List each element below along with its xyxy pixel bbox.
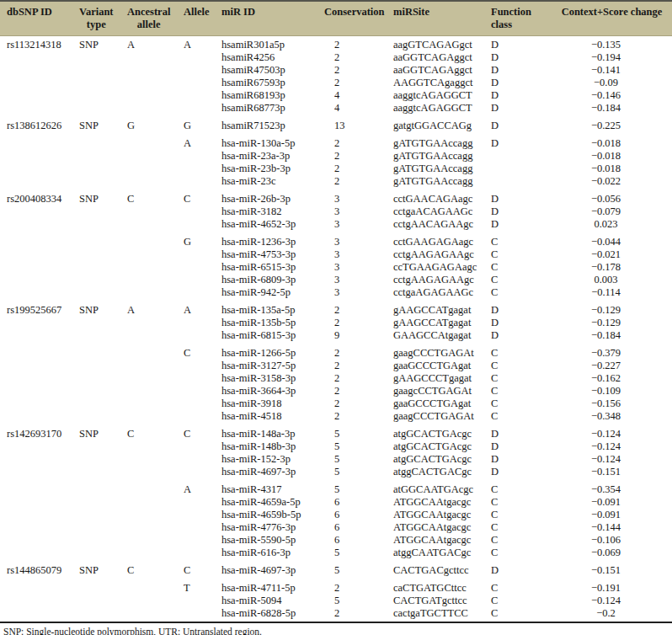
variant-type-cell: SNP (77, 115, 125, 132)
mir-id-cell: hsa-miR-23c (221, 175, 322, 188)
variant-type-cell (77, 398, 125, 410)
score-cell: −0.162 (552, 372, 672, 385)
mir-id-cell: hsa-miR-942-5p (221, 286, 322, 299)
conservation-cell: 2 (322, 372, 392, 385)
variant-type-cell (77, 547, 125, 559)
table-row: hsa-miR-4776-3p6ATGGCAAtgacgcC−0.144 (0, 521, 672, 534)
function-class-cell: C (488, 410, 552, 423)
score-cell: −0.091 (552, 509, 672, 521)
mirsite-cell: gAAGCCATgagat (392, 317, 488, 329)
ancestral-allele-cell: A (125, 36, 181, 52)
table-row: hsa-miR-3158-3p2gAAGCCCTgagatC−0.162 (0, 372, 672, 385)
conservation-cell: 3 (322, 261, 392, 274)
mirsite-cell: CACTGATgcttcc (392, 595, 488, 607)
conservation-cell: 13 (322, 115, 392, 132)
table-row: hsa-miR-5590-5p6ATGGCAAtgacgcC−0.106 (0, 534, 672, 547)
mirsite-cell: gAAGCCCTgagat (392, 372, 488, 385)
score-cell: −0.144 (552, 521, 672, 534)
variant-type-cell (77, 342, 125, 360)
snp-mirna-table: dbSNP ID Variant type Ancestral allele A… (0, 0, 672, 620)
table-row: hsa-miR-135b-5p2gAAGCCATgagatD−0.129 (0, 317, 672, 329)
mir-id-cell: hsa-miR-6815-3p (221, 329, 322, 342)
mir-id-cell: hsa-miR-4697-3p (221, 559, 322, 577)
mirsite-cell: gaaGCCCTGAgat (392, 398, 488, 410)
snp-id-cell: rs142693170 (0, 423, 77, 440)
table-row: rs144865079SNPCChsa-miR-4697-3p5CACTGACg… (0, 559, 672, 577)
conservation-cell: 6 (322, 534, 392, 547)
mirsite-cell: gaagCCCTGAGAt (392, 410, 488, 423)
snp-id-cell: rs113214318 (0, 36, 77, 52)
allele-cell: C (181, 188, 221, 205)
mirsite-cell: AAGGTCAgaggct (392, 77, 488, 89)
conservation-cell: 5 (322, 595, 392, 607)
column-header-allele: Allele (181, 1, 221, 36)
conservation-cell: 9 (322, 329, 392, 342)
mirsite-cell: atgGCACTGAcgc (392, 453, 488, 466)
function-class-cell: C (488, 274, 552, 286)
variant-type-cell (77, 509, 125, 521)
mirsite-cell: ATGGCAAtgacgc (392, 534, 488, 547)
table-row: hsa-miR-616-3p5atggCAATGACgcC−0.069 (0, 547, 672, 559)
allele-cell (181, 496, 221, 509)
ancestral-allele-cell (125, 372, 181, 385)
conservation-cell: 3 (322, 248, 392, 261)
snp-id-cell (0, 64, 77, 77)
table-row: hsa-miR-23c2gATGTGAAccagg−0.022 (0, 175, 672, 188)
score-cell: 0.023 (552, 218, 672, 231)
ancestral-allele-cell (125, 440, 181, 453)
ancestral-allele-cell (125, 410, 181, 423)
table-row: hsa-miR-50945CACTGATgcttccC−0.124 (0, 595, 672, 607)
conservation-cell: 2 (322, 36, 392, 52)
mir-id-cell: hsamiR301a5p (221, 36, 322, 52)
variant-type-cell (77, 218, 125, 231)
allele-cell (181, 51, 221, 64)
function-class-cell: D (488, 115, 552, 132)
table-body: rs113214318SNPAAhsamiR301a5p2aagGTCAGAGg… (0, 36, 672, 621)
mirsite-cell: CACTGACgcttcc (392, 559, 488, 577)
allele-cell (181, 175, 221, 188)
function-class-cell: C (488, 248, 552, 261)
table-row: hsa-miR-942-5p3cctgaAGAGAAGcC−0.114 (0, 286, 672, 299)
table-row: hsamiR67593p2AAGGTCAgaggctD−0.09 (0, 77, 672, 89)
snp-id-cell (0, 77, 77, 89)
allele-cell (181, 248, 221, 261)
mir-id-cell: hsamiR68193p (221, 89, 322, 102)
conservation-cell: 3 (322, 188, 392, 205)
ancestral-allele-cell (125, 218, 181, 231)
mirsite-cell: ATGGCAAtgacgc (392, 521, 488, 534)
variant-type-cell (77, 89, 125, 102)
allele-cell (181, 453, 221, 466)
mir-id-cell: hsa-miR-1236-3p (221, 231, 322, 248)
mirsite-cell: aaGGTCAGAggct (392, 51, 488, 64)
allele-cell (181, 398, 221, 410)
allele-cell (181, 385, 221, 398)
score-cell: −0.022 (552, 175, 672, 188)
function-class-cell: D (488, 466, 552, 478)
function-class-cell: D (488, 205, 552, 218)
table-row: hsamiR68773p4aaggtcAGAGGCTD−0.184 (0, 102, 672, 115)
mirsite-cell: aaggtcAGAGGCT (392, 89, 488, 102)
mir-id-cell: hsa-miR-4711-5p (221, 577, 322, 595)
score-cell: −0.09 (552, 77, 672, 89)
ancestral-allele-cell (125, 150, 181, 163)
mirsite-cell: GAAGCCAtgagat (392, 329, 488, 342)
table-row: hsamiR68193p4aaggtcAGAGGCTD−0.146 (0, 89, 672, 102)
variant-type-cell (77, 231, 125, 248)
snp-id-cell (0, 607, 77, 620)
allele-cell (181, 360, 221, 372)
column-header-context-score-change: Context+Score change (552, 1, 672, 36)
mir-id-cell: hsa-miR-616-3p (221, 547, 322, 559)
mirsite-cell: gATGTGAAccagg (392, 163, 488, 175)
function-class-cell: D (488, 188, 552, 205)
mir-id-cell: hsa-miR-6515-3p (221, 261, 322, 274)
ancestral-allele-cell (125, 534, 181, 547)
variant-type-cell (77, 607, 125, 620)
mirsite-cell: cctGAACAGAagc (392, 188, 488, 205)
function-class-cell: C (488, 509, 552, 521)
column-header-mir-id: miR ID (221, 1, 322, 36)
function-class-cell: C (488, 577, 552, 595)
score-cell: −0.018 (552, 163, 672, 175)
table-row: hsa-miR-31823cctgaACAGAAGcD−0.079 (0, 205, 672, 218)
score-cell: −0.191 (552, 577, 672, 595)
conservation-cell: 3 (322, 286, 392, 299)
